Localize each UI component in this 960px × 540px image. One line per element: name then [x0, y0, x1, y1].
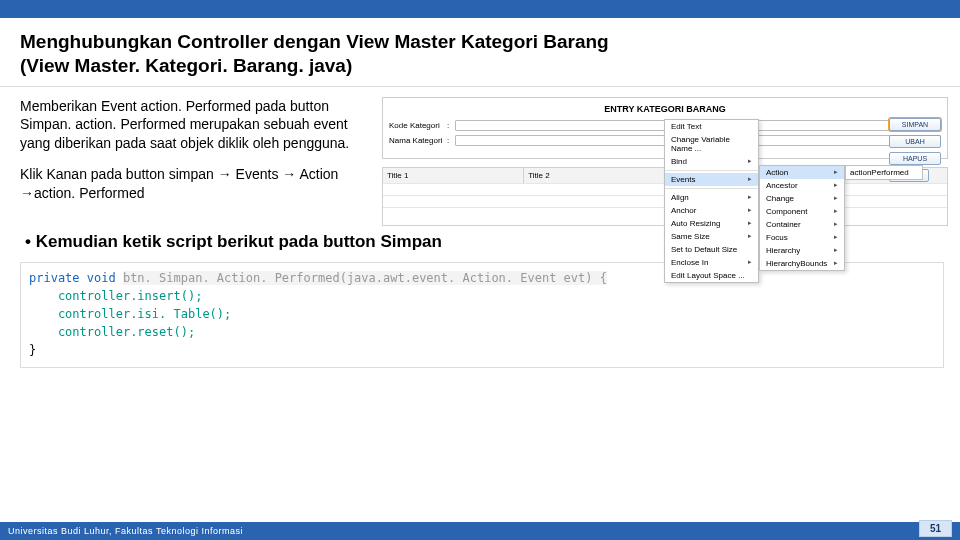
code-line-3: controller.isi. Table();	[29, 305, 935, 323]
menu-events[interactable]: Events▸	[665, 173, 758, 186]
menu-separator	[665, 188, 758, 189]
form-title: ENTRY KATEGORI BARANG	[389, 104, 941, 114]
submenu-actionperformed[interactable]: actionPerformed	[845, 165, 923, 180]
chevron-right-icon: ▸	[748, 219, 752, 227]
mi-label: Anchor	[671, 206, 696, 215]
col-1: Title 1	[383, 168, 524, 183]
ubah-button[interactable]: UBAH	[889, 135, 941, 148]
submenu-focus[interactable]: Focus▸	[760, 231, 844, 244]
mi-label: Same Size	[671, 232, 710, 241]
arrow-icon: →	[218, 166, 232, 182]
chevron-right-icon: ▸	[834, 246, 838, 255]
left-column: Memberikan Event action. Performed pada …	[20, 97, 370, 226]
chevron-right-icon: ▸	[748, 258, 752, 266]
menu-change-var[interactable]: Change Variable Name ...	[665, 133, 758, 155]
menu-enclose[interactable]: Enclose In▸	[665, 256, 758, 269]
label-kode: Kode Kategori	[389, 121, 447, 130]
mi-label: Events	[671, 175, 695, 184]
chevron-right-icon: ▸	[748, 193, 752, 201]
menu-bind[interactable]: Bind▸	[665, 155, 758, 168]
code-line-4: controller.reset();	[29, 323, 935, 341]
right-column: ENTRY KATEGORI BARANG Kode Kategori: Nam…	[382, 97, 948, 226]
colon: :	[447, 136, 455, 145]
code-line-5: }	[29, 341, 935, 359]
keyword: private void	[29, 271, 123, 285]
paragraph-2: Klik Kanan pada button simpan → Events →…	[20, 165, 370, 203]
p2-b: Action	[299, 166, 338, 182]
p2-c: action. Performed	[34, 185, 145, 201]
submenu-change[interactable]: Change▸	[760, 192, 844, 205]
menu-edit-text[interactable]: Edit Text	[665, 120, 758, 133]
slide-top-bar	[0, 0, 960, 18]
chevron-right-icon: ▸	[834, 259, 838, 268]
chevron-right-icon: ▸	[834, 181, 838, 190]
colon: :	[447, 121, 455, 130]
mi-label: Edit Text	[671, 122, 702, 131]
slide-heading: Menghubungkan Controller dengan View Mas…	[0, 18, 960, 87]
mi-label: Action	[766, 168, 788, 177]
submenu-hierarchy[interactable]: Hierarchy▸	[760, 244, 844, 257]
p2-a: Events	[236, 166, 283, 182]
label-nama: Nama Kategori	[389, 136, 447, 145]
submenu-action[interactable]: Action▸	[760, 166, 844, 179]
chevron-right-icon: ▸	[834, 168, 838, 177]
mi-label: Ancestor	[766, 181, 798, 190]
chevron-right-icon: ▸	[834, 220, 838, 229]
menu-edit-layout[interactable]: Edit Layout Space ...	[665, 269, 758, 282]
mi-label: HierarchyBounds	[766, 259, 827, 268]
chevron-right-icon: ▸	[834, 194, 838, 203]
chevron-right-icon: ▸	[834, 233, 838, 242]
menu-anchor[interactable]: Anchor▸	[665, 204, 758, 217]
submenu-component[interactable]: Component▸	[760, 205, 844, 218]
mi-label: Enclose In	[671, 258, 708, 267]
heading-line2: (View Master. Kategori. Barang. java)	[20, 55, 352, 76]
mi-label: Change	[766, 194, 794, 203]
mi-label: Component	[766, 207, 807, 216]
simpan-button[interactable]: SIMPAN	[889, 118, 941, 131]
mi-label: Container	[766, 220, 801, 229]
menu-separator	[665, 170, 758, 171]
mi-label: Align	[671, 193, 689, 202]
signature: btn. Simpan. Action. Performed(java.awt.…	[123, 271, 607, 285]
footer-bar: Universitas Budi Luhur, Fakultas Teknolo…	[0, 522, 960, 540]
menu-default-size[interactable]: Set to Default Size	[665, 243, 758, 256]
footer-text: Universitas Budi Luhur, Fakultas Teknolo…	[8, 526, 243, 536]
code-line-1: private void btn. Simpan. Action. Perfor…	[29, 269, 935, 287]
submenu-container[interactable]: Container▸	[760, 218, 844, 231]
heading-line1: Menghubungkan Controller dengan View Mas…	[20, 31, 609, 52]
arrow-icon: →	[20, 185, 34, 201]
p2-text: Klik Kanan pada button simpan	[20, 166, 218, 182]
chevron-right-icon: ▸	[748, 206, 752, 214]
submenu-events[interactable]: Action▸ Ancestor▸ Change▸ Component▸ Con…	[759, 165, 845, 271]
arrow-icon: →	[282, 166, 296, 182]
menu-align[interactable]: Align▸	[665, 191, 758, 204]
mi-label: Focus	[766, 233, 788, 242]
col-2: Title 2	[524, 168, 665, 183]
menu-auto-resize[interactable]: Auto Resizing▸	[665, 217, 758, 230]
mi-label: Auto Resizing	[671, 219, 720, 228]
paragraph-1: Memberikan Event action. Performed pada …	[20, 97, 370, 154]
chevron-right-icon: ▸	[748, 232, 752, 240]
chevron-right-icon: ▸	[748, 175, 752, 183]
context-menu[interactable]: Edit Text Change Variable Name ... Bind▸…	[664, 119, 759, 283]
mi-label: Edit Layout Space ...	[671, 271, 745, 280]
chevron-right-icon: ▸	[834, 207, 838, 216]
submenu-ancestor[interactable]: Ancestor▸	[760, 179, 844, 192]
submenu-hierarchybounds[interactable]: HierarchyBounds▸	[760, 257, 844, 270]
code-block: private void btn. Simpan. Action. Perfor…	[20, 262, 944, 368]
mi-label: Change Variable Name ...	[671, 135, 752, 153]
mi-label: Bind	[671, 157, 687, 166]
chevron-right-icon: ▸	[748, 157, 752, 165]
mi-label: Set to Default Size	[671, 245, 737, 254]
menu-same-size[interactable]: Same Size▸	[665, 230, 758, 243]
mi-label: Hierarchy	[766, 246, 800, 255]
content-row: Memberikan Event action. Performed pada …	[0, 87, 960, 226]
page-number: 51	[919, 520, 952, 537]
code-line-2: controller.insert();	[29, 287, 935, 305]
hapus-button[interactable]: HAPUS	[889, 152, 941, 165]
